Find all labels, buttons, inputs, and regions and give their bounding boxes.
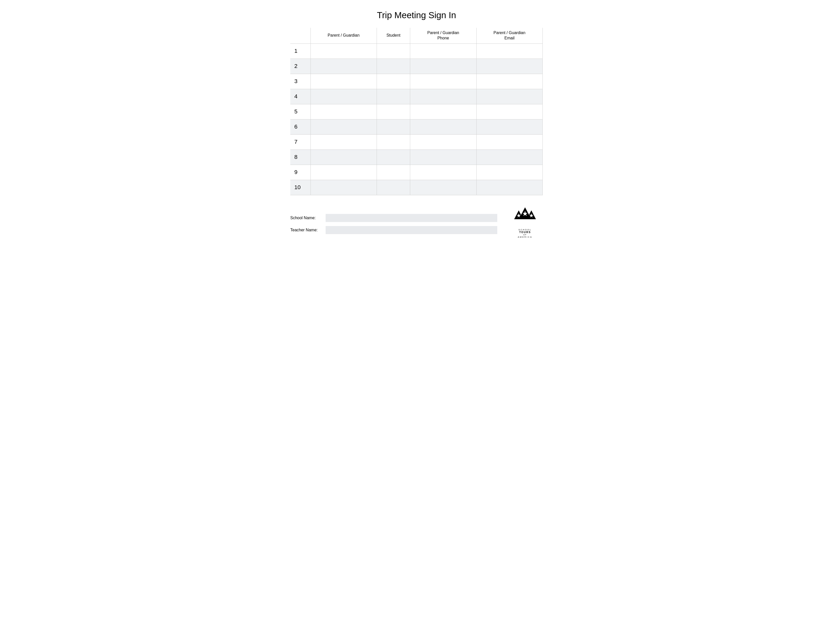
row-number: 2: [290, 59, 310, 74]
col-header-phone: Parent / GuardianPhone: [410, 28, 476, 43]
row-student: [376, 104, 410, 119]
col-header-email: Parent / GuardianEmail: [476, 28, 542, 43]
logo-area: SCHOOL TOURS OF AMERICA: [507, 205, 543, 238]
logo-text-block: SCHOOL TOURS OF AMERICA: [518, 229, 532, 238]
teacher-name-label: Teacher Name:: [290, 228, 326, 232]
row-email: [476, 74, 542, 89]
row-email: [476, 134, 542, 150]
col-header-number: [290, 28, 310, 43]
table-row: 9: [290, 165, 543, 180]
row-parent-guardian: [310, 89, 376, 104]
col-header-parent-guardian: Parent / Guardian: [310, 28, 376, 43]
table-row: 1: [290, 43, 543, 59]
page-title: Trip Meeting Sign In: [290, 10, 543, 20]
row-number: 6: [290, 119, 310, 134]
school-name-row: School Name:: [290, 214, 497, 222]
row-parent-guardian: [310, 59, 376, 74]
row-student: [376, 119, 410, 134]
teacher-name-row: Teacher Name:: [290, 226, 497, 234]
logo-tours: TOURS: [518, 231, 532, 233]
form-fields: School Name: Teacher Name:: [290, 214, 497, 238]
row-number: 3: [290, 74, 310, 89]
row-student: [376, 74, 410, 89]
row-student: [376, 43, 410, 59]
row-phone: [410, 165, 476, 180]
sign-in-table: Parent / Guardian Student Parent / Guard…: [290, 28, 543, 195]
row-phone: [410, 43, 476, 59]
table-row: 3: [290, 74, 543, 89]
row-email: [476, 180, 542, 195]
row-student: [376, 150, 410, 165]
row-phone: [410, 119, 476, 134]
row-parent-guardian: [310, 134, 376, 150]
row-email: [476, 59, 542, 74]
row-phone: [410, 150, 476, 165]
table-row: 8: [290, 150, 543, 165]
row-parent-guardian: [310, 119, 376, 134]
row-parent-guardian: [310, 150, 376, 165]
table-row: 10: [290, 180, 543, 195]
row-number: 8: [290, 150, 310, 165]
row-number: 5: [290, 104, 310, 119]
row-parent-guardian: [310, 165, 376, 180]
row-email: [476, 104, 542, 119]
row-phone: [410, 89, 476, 104]
row-number: 4: [290, 89, 310, 104]
row-number: 7: [290, 134, 310, 150]
row-email: [476, 165, 542, 180]
school-tours-logo: [511, 205, 539, 228]
logo-america: AMERICA: [518, 236, 532, 238]
teacher-name-field[interactable]: [326, 226, 497, 234]
logo-school: SCHOOL: [518, 229, 532, 231]
table-header-row: Parent / Guardian Student Parent / Guard…: [290, 28, 543, 43]
row-email: [476, 43, 542, 59]
row-parent-guardian: [310, 180, 376, 195]
row-student: [376, 165, 410, 180]
row-phone: [410, 134, 476, 150]
row-student: [376, 134, 410, 150]
school-name-label: School Name:: [290, 216, 326, 220]
row-phone: [410, 104, 476, 119]
row-phone: [410, 59, 476, 74]
row-parent-guardian: [310, 43, 376, 59]
table-row: 4: [290, 89, 543, 104]
row-email: [476, 150, 542, 165]
col-header-student: Student: [376, 28, 410, 43]
row-parent-guardian: [310, 104, 376, 119]
row-number: 10: [290, 180, 310, 195]
row-student: [376, 59, 410, 74]
bottom-section: School Name: Teacher Name: SCHOOL: [290, 205, 543, 238]
row-email: [476, 119, 542, 134]
row-phone: [410, 180, 476, 195]
row-student: [376, 180, 410, 195]
logo-of: OF: [518, 233, 532, 236]
row-parent-guardian: [310, 74, 376, 89]
row-number: 9: [290, 165, 310, 180]
school-name-field[interactable]: [326, 214, 497, 222]
table-row: 6: [290, 119, 543, 134]
row-phone: [410, 74, 476, 89]
table-row: 5: [290, 104, 543, 119]
table-row: 2: [290, 59, 543, 74]
row-email: [476, 89, 542, 104]
table-row: 7: [290, 134, 543, 150]
row-number: 1: [290, 43, 310, 59]
row-student: [376, 89, 410, 104]
